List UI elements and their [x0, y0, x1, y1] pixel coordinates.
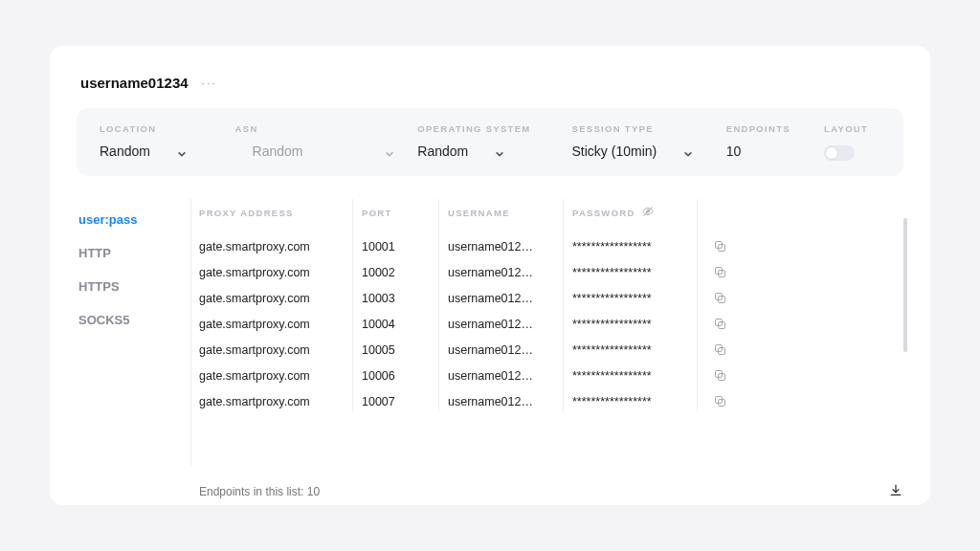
- cell-password: *****************: [572, 292, 706, 305]
- cell-password: *****************: [572, 266, 706, 279]
- tab-https[interactable]: HTTPS: [77, 270, 190, 303]
- cell-proxy-address: gate.smartproxy.com: [199, 395, 362, 408]
- download-button[interactable]: [888, 482, 903, 501]
- cell-username: username012…: [448, 240, 563, 253]
- toggle-knob: [826, 147, 837, 159]
- filter-asn: ASN Random: [235, 123, 405, 159]
- copy-button[interactable]: [706, 317, 733, 331]
- cell-password: *****************: [572, 395, 706, 408]
- th-port: PORT: [362, 208, 448, 218]
- chevron-down-icon: [385, 146, 394, 156]
- filter-location: LOCATION Random: [100, 123, 222, 159]
- cell-proxy-address: gate.smartproxy.com: [199, 369, 362, 383]
- cell-port: 10001: [362, 240, 448, 253]
- table-row: gate.smartproxy.com10005username012…****…: [199, 337, 894, 363]
- copy-button[interactable]: [706, 291, 733, 305]
- layout-toggle[interactable]: III: [824, 145, 855, 161]
- th-password-label: PASSWORD: [572, 208, 635, 218]
- cell-username: username012…: [448, 292, 563, 305]
- divider: [438, 199, 439, 411]
- filter-os: OPERATING SYSTEM Random: [417, 123, 558, 159]
- count-value: 10: [307, 485, 320, 498]
- cell-password: *****************: [572, 240, 706, 253]
- table-row: gate.smartproxy.com10007username012…****…: [199, 388, 894, 414]
- eye-off-icon[interactable]: [641, 205, 655, 220]
- table-row: gate.smartproxy.com10006username012…****…: [199, 363, 894, 388]
- cell-username: username012…: [448, 318, 563, 331]
- table-row: gate.smartproxy.com10002username012…****…: [199, 259, 894, 285]
- chevron-down-icon: [495, 146, 504, 156]
- cell-password: *****************: [572, 343, 706, 357]
- th-username: USERNAME: [448, 208, 572, 218]
- endpoints-input[interactable]: 10: [726, 143, 811, 159]
- filter-location-label: LOCATION: [100, 123, 222, 134]
- copy-button[interactable]: [706, 368, 733, 383]
- cell-username: username012…: [448, 395, 563, 408]
- os-select[interactable]: Random: [417, 143, 558, 159]
- filter-session-label: SESSION TYPE: [572, 123, 713, 134]
- cell-username: username012…: [448, 369, 563, 383]
- filter-asn-label: ASN: [235, 123, 405, 134]
- cell-proxy-address: gate.smartproxy.com: [199, 240, 362, 253]
- tab-socks5[interactable]: SOCKS5: [77, 303, 190, 337]
- asn-value: Random: [235, 143, 303, 159]
- tab-userpass[interactable]: user:pass: [77, 203, 190, 236]
- filter-bar: LOCATION Random ASN Random OPERATING SYS…: [77, 108, 903, 176]
- cell-proxy-address: gate.smartproxy.com: [199, 318, 362, 331]
- cell-password: *****************: [572, 318, 706, 331]
- location-select[interactable]: Random: [100, 143, 222, 159]
- copy-button[interactable]: [706, 265, 733, 279]
- divider: [697, 199, 698, 411]
- table-row: gate.smartproxy.com10004username012…****…: [199, 311, 894, 337]
- location-value: Random: [100, 143, 150, 159]
- count-prefix: Endpoints in this list:: [199, 485, 307, 498]
- cell-port: 10005: [362, 343, 448, 357]
- filter-layout: LAYOUT III: [824, 123, 880, 161]
- table-header: PROXY ADDRESS PORT USERNAME PASSWORD: [199, 199, 903, 233]
- cell-proxy-address: gate.smartproxy.com: [199, 292, 362, 305]
- th-proxy-address: PROXY ADDRESS: [199, 208, 362, 218]
- filter-session: SESSION TYPE Sticky (10min): [572, 123, 713, 159]
- copy-button[interactable]: [706, 394, 733, 408]
- endpoint-count: Endpoints in this list: 10: [199, 485, 320, 498]
- username-title: username01234: [80, 75, 189, 91]
- session-value: Sticky (10min): [572, 143, 657, 159]
- scrollbar-thumb[interactable]: [903, 218, 907, 352]
- cell-port: 10006: [362, 369, 448, 383]
- os-value: Random: [417, 143, 468, 159]
- copy-button[interactable]: [706, 239, 733, 253]
- cell-port: 10003: [362, 292, 448, 305]
- table-row: gate.smartproxy.com10001username012…****…: [199, 233, 894, 259]
- tab-http[interactable]: HTTP: [77, 236, 190, 270]
- cell-port: 10007: [362, 395, 448, 408]
- endpoint-table: PROXY ADDRESS PORT USERNAME PASSWORD gat…: [199, 199, 903, 467]
- chevron-down-icon: [683, 146, 693, 156]
- side-tabs: user:pass HTTP HTTPS SOCKS5: [77, 199, 191, 467]
- cell-username: username012…: [448, 343, 563, 357]
- divider: [352, 199, 353, 411]
- table-rows[interactable]: gate.smartproxy.com10001username012…****…: [199, 233, 903, 415]
- session-select[interactable]: Sticky (10min): [572, 143, 713, 159]
- proxy-config-card: username01234 ··· LOCATION Random ASN Ra…: [50, 46, 930, 505]
- divider: [563, 199, 564, 411]
- cell-proxy-address: gate.smartproxy.com: [199, 266, 362, 279]
- copy-button[interactable]: [706, 342, 733, 357]
- footer-row: Endpoints in this list: 10: [199, 467, 903, 501]
- chevron-down-icon: [177, 146, 187, 156]
- filter-os-label: OPERATING SYSTEM: [417, 123, 558, 134]
- card-header: username01234 ···: [77, 75, 903, 91]
- cell-password: *****************: [572, 369, 706, 383]
- more-menu-icon[interactable]: ···: [202, 77, 217, 90]
- cell-port: 10002: [362, 266, 448, 279]
- table-row: gate.smartproxy.com10003username012…****…: [199, 285, 894, 311]
- cell-username: username012…: [448, 266, 563, 279]
- asn-select[interactable]: Random: [235, 143, 405, 159]
- cell-port: 10004: [362, 318, 448, 331]
- cell-proxy-address: gate.smartproxy.com: [199, 343, 362, 357]
- filter-endpoints-label: ENDPOINTS: [726, 123, 811, 134]
- filter-endpoints: ENDPOINTS 10: [726, 123, 811, 159]
- filter-layout-label: LAYOUT: [824, 123, 880, 134]
- endpoint-body: user:pass HTTP HTTPS SOCKS5 PROXY ADDRES…: [77, 199, 903, 467]
- th-password: PASSWORD: [572, 205, 706, 220]
